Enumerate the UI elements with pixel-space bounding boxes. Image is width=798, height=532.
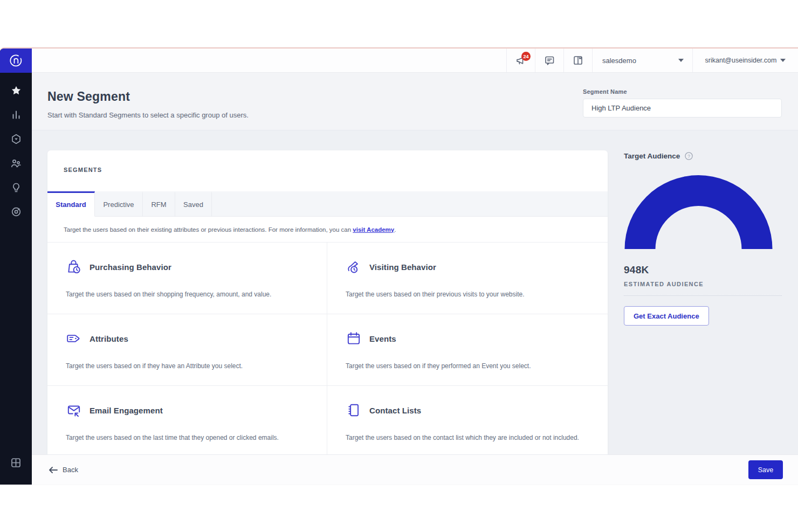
- apps-grid-icon: [10, 457, 22, 468]
- events-calendar-icon: [346, 330, 362, 347]
- card-description: Target the users based on their previous…: [346, 289, 589, 300]
- card-description: Target the users based on the last time …: [66, 432, 308, 444]
- audience-gauge: [624, 174, 773, 249]
- open-book-icon: [572, 54, 584, 66]
- card-title: Purchasing Behavior: [90, 262, 171, 272]
- card-title: Email Engagement: [90, 406, 163, 415]
- star-icon: [11, 85, 22, 96]
- sidebar-item-products[interactable]: [6, 133, 26, 145]
- notification-badge: 24: [521, 52, 531, 61]
- sidebar-item-apps[interactable]: [6, 457, 26, 468]
- segment-name-group: Segment Name: [583, 88, 782, 118]
- sidebar-item-favorites[interactable]: [6, 85, 26, 96]
- sidebar: [0, 49, 32, 485]
- user-menu[interactable]: srikant@useinsider.com: [692, 49, 798, 72]
- segments-info-row: Target the users based on their existing…: [47, 217, 608, 243]
- estimated-audience-value: 948K: [624, 264, 782, 276]
- segments-panel: SEGMENTS Standard Predictive RFM Saved T…: [47, 150, 608, 454]
- arrow-left-icon: [49, 466, 58, 474]
- back-label: Back: [63, 466, 78, 474]
- segments-panel-title: SEGMENTS: [47, 150, 608, 191]
- app-window: 24 salesdemo: [0, 47, 798, 485]
- visit-academy-link[interactable]: visit Academy: [353, 226, 394, 233]
- user-email: srikant@useinsider.com: [705, 57, 777, 64]
- segments-info-text: Target the users based on their existing…: [64, 226, 396, 233]
- analytics-bars-icon: [11, 109, 22, 120]
- card-description: Target the users based on if they perfor…: [346, 361, 589, 372]
- chevron-down-icon: [678, 59, 684, 62]
- chevron-down-icon: [780, 59, 786, 62]
- card-description: Target the users based on if they have a…: [66, 361, 308, 372]
- attributes-tag-icon: [66, 330, 82, 347]
- save-button[interactable]: Save: [748, 460, 783, 479]
- sidebar-item-analytics[interactable]: [6, 109, 26, 121]
- estimated-audience-label: ESTIMATED AUDIENCE: [624, 281, 782, 287]
- feedback-button[interactable]: [535, 49, 563, 72]
- content-area: New Segment Start with Standard Segments…: [32, 73, 798, 454]
- page-subtitle: Start with Standard Segments to select a…: [47, 111, 249, 119]
- help-icon[interactable]: ?: [685, 152, 693, 160]
- sidebar-item-optimize[interactable]: [6, 206, 26, 218]
- page-title: New Segment: [47, 89, 130, 104]
- resources-button[interactable]: [563, 49, 592, 72]
- chat-icon: [544, 54, 555, 66]
- card-attributes[interactable]: Attributes Target the users based on if …: [47, 314, 327, 386]
- tab-predictive[interactable]: Predictive: [95, 191, 143, 216]
- products-hexagon-icon: [11, 134, 22, 144]
- topbar-right: 24 salesdemo: [506, 49, 798, 72]
- target-audience-title: Target Audience: [624, 152, 680, 160]
- insider-logo[interactable]: [0, 49, 32, 73]
- sidebar-nav: [6, 85, 26, 218]
- card-description: Target the users based on the contact li…: [346, 432, 589, 444]
- sidebar-item-audience[interactable]: [6, 157, 26, 169]
- sidebar-item-ideas[interactable]: [6, 182, 26, 194]
- back-button[interactable]: Back: [49, 466, 78, 474]
- segment-name-label: Segment Name: [583, 88, 782, 95]
- ideas-lightbulb-icon: [11, 182, 22, 193]
- card-email-engagement[interactable]: Email Engagement Target the users based …: [47, 386, 327, 454]
- svg-text:?: ?: [687, 154, 690, 159]
- target-audience-section: Target Audience ? 948K ESTIMATED AUDIENC…: [624, 152, 782, 326]
- visiting-behavior-icon: [346, 259, 362, 275]
- card-purchasing-behavior[interactable]: Purchasing Behavior Target the users bas…: [47, 243, 327, 314]
- segment-cards-grid: Purchasing Behavior Target the users bas…: [47, 243, 608, 454]
- audience-users-icon: [10, 158, 22, 169]
- tab-rfm[interactable]: RFM: [143, 191, 175, 216]
- footer-bar: Back Save: [32, 454, 798, 485]
- card-title: Visiting Behavior: [369, 262, 436, 272]
- dotted-divider: [624, 295, 782, 296]
- workspace-name: salesdemo: [602, 57, 636, 65]
- card-title: Events: [369, 334, 396, 343]
- card-events[interactable]: Events Target the users based on if they…: [327, 314, 608, 386]
- card-contact-lists[interactable]: Contact Lists Target the users based on …: [327, 386, 608, 454]
- card-title: Contact Lists: [369, 406, 421, 415]
- workspace-selector[interactable]: salesdemo: [592, 49, 692, 72]
- segment-name-input[interactable]: [583, 99, 782, 118]
- card-visiting-behavior[interactable]: Visiting Behavior Target the users based…: [327, 243, 608, 314]
- get-exact-audience-button[interactable]: Get Exact Audience: [624, 306, 709, 326]
- card-title: Attributes: [90, 334, 128, 343]
- card-description: Target the users based on their shopping…: [66, 289, 308, 300]
- tab-standard[interactable]: Standard: [47, 191, 95, 217]
- insider-logo-icon: [9, 54, 23, 68]
- optimize-target-icon: [11, 206, 22, 217]
- announcements-button[interactable]: 24: [506, 49, 535, 72]
- main-column: 24 salesdemo: [32, 49, 798, 485]
- purchasing-behavior-icon: [66, 259, 82, 275]
- contact-lists-icon: [346, 402, 362, 418]
- email-engagement-icon: [66, 402, 82, 418]
- topbar: 24 salesdemo: [32, 49, 798, 73]
- tab-saved[interactable]: Saved: [175, 191, 212, 216]
- tabs-filler: [212, 191, 608, 216]
- segments-tabs: Standard Predictive RFM Saved: [47, 191, 608, 217]
